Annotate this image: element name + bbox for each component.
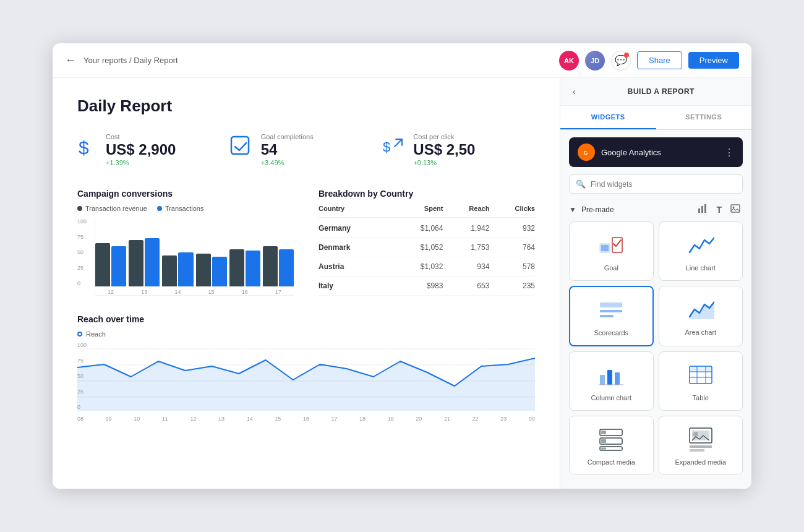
share-button[interactable]: Share <box>637 51 682 69</box>
tab-widgets[interactable]: WIDGETS <box>560 106 656 129</box>
widget-compact-media[interactable]: Compact media <box>569 416 654 475</box>
reach-x-labels: 08 09 10 11 12 13 14 15 16 17 18 19 20 2… <box>77 416 535 422</box>
metric-cpc: $ Cost per click US$ 2,50 +0.13% <box>382 133 535 166</box>
back-button[interactable]: ← <box>65 54 76 67</box>
bar-group-14 <box>162 252 193 286</box>
x-label-16: 16 <box>229 289 260 295</box>
legend-label-blue: Transactions <box>165 205 204 212</box>
scorecards-widget-icon <box>597 296 625 324</box>
premade-toggle[interactable]: ▼ <box>569 205 576 214</box>
metrics-row: $ Cost US$ 2,900 +1.39% <box>77 133 535 166</box>
tab-settings[interactable]: SETTINGS <box>656 106 752 129</box>
legend-label-dark: Transaction revenue <box>85 205 147 212</box>
reach-area <box>77 358 535 411</box>
th-clicks: Clicks <box>489 205 535 218</box>
ga-menu-button[interactable]: ⋮ <box>724 147 734 158</box>
bar-blue-15 <box>212 257 227 286</box>
svg-rect-16 <box>601 245 609 251</box>
widget-area-chart[interactable]: Area chart <box>659 286 743 346</box>
widget-expanded-media[interactable]: Expanded media <box>659 416 743 475</box>
widget-grid: Goal Line chart <box>560 221 751 475</box>
google-analytics-pill[interactable]: G Google Analytics ⋮ <box>569 137 743 167</box>
cost-change: +1.39% <box>106 159 176 166</box>
svg-point-41 <box>693 432 698 437</box>
x-label-15: 15 <box>196 289 227 295</box>
goal-label: Goal completions <box>261 133 314 140</box>
svg-rect-18 <box>600 302 622 307</box>
cpc-change: +0.13% <box>413 159 475 166</box>
legend-dot-dark <box>77 206 82 211</box>
x-label-13: 13 <box>129 289 160 295</box>
metric-goal-content: Goal completions 54 +3.49% <box>261 133 314 166</box>
metric-cost-content: Cost US$ 2,900 +1.39% <box>106 133 176 166</box>
x-label-12: 12 <box>95 289 126 295</box>
svg-rect-31 <box>697 366 706 372</box>
campaign-chart-title: Campaign conversions <box>77 189 294 199</box>
svg-rect-30 <box>690 366 697 372</box>
charts-row: Campaign conversions Transaction revenue… <box>77 189 535 296</box>
reach-legend-label: Reach <box>86 330 106 338</box>
column-chart-widget-icon <box>597 361 625 389</box>
bar-blue-12 <box>111 246 126 286</box>
panel-title: BUILD A REPORT <box>583 87 739 96</box>
svg-rect-38 <box>601 448 606 450</box>
campaign-conversions-section: Campaign conversions Transaction revenue… <box>77 189 294 296</box>
svg-rect-42 <box>690 445 712 448</box>
area-chart-widget-icon <box>686 295 715 324</box>
filter-image[interactable] <box>728 202 743 217</box>
svg-text:G: G <box>584 150 588 156</box>
search-bar: 🔍 <box>569 174 743 194</box>
filter-text[interactable]: T <box>714 204 724 216</box>
cpc-icon: $ <box>382 135 404 162</box>
topbar: ← Your reports / Daily Report AK JD 💬 Sh… <box>53 43 751 78</box>
bar-dark-17 <box>263 246 278 286</box>
cpc-label: Cost per click <box>413 133 475 140</box>
preview-button[interactable]: Preview <box>688 52 739 69</box>
legend-transactions: Transactions <box>157 205 204 212</box>
reach-line-chart <box>77 343 535 411</box>
metric-goal: Goal completions 54 +3.49% <box>230 133 383 166</box>
widget-line-chart[interactable]: Line chart <box>659 221 743 281</box>
column-chart-widget-label: Column chart <box>591 394 631 401</box>
cost-label: Cost <box>106 133 176 140</box>
goal-widget-icon <box>597 231 625 259</box>
bar-dark-12 <box>95 243 110 286</box>
main-content: Daily Report $ Cost US$ 2,900 +1.39% <box>53 78 751 489</box>
svg-rect-32 <box>706 366 712 372</box>
premade-label: Pre-made <box>581 205 691 214</box>
report-title: Daily Report <box>77 97 535 116</box>
collapse-button[interactable]: ‹ <box>573 87 576 97</box>
search-input[interactable] <box>591 180 736 189</box>
th-spent: Spent <box>391 205 443 218</box>
bar-x-labels: 12 13 14 15 16 17 <box>95 289 294 295</box>
filter-bar-chart[interactable] <box>695 202 710 217</box>
cost-icon: $ <box>77 135 97 163</box>
bar-dark-15 <box>196 254 211 286</box>
svg-point-14 <box>733 207 735 208</box>
table-header-row: Country Spent Reach Clicks <box>319 205 535 218</box>
notifications-button[interactable]: 💬 <box>611 51 631 71</box>
svg-rect-21 <box>600 375 605 385</box>
notification-dot <box>624 53 629 58</box>
table-row: Germany$1,0641,942932 <box>319 218 535 238</box>
bar-chart: 12 13 14 15 16 17 <box>95 218 294 296</box>
scorecards-widget-label: Scorecards <box>594 329 628 337</box>
widget-scorecards[interactable]: Scorecards <box>569 286 654 346</box>
widget-goal[interactable]: Goal <box>569 221 654 281</box>
svg-rect-10 <box>698 208 700 213</box>
table-row: Denmark$1,0521,753764 <box>319 238 535 257</box>
goal-widget-label: Goal <box>604 264 618 272</box>
topbar-left: ← Your reports / Daily Report <box>65 54 178 67</box>
table-widget-label: Table <box>693 394 709 401</box>
svg-rect-43 <box>690 449 704 452</box>
app-window: ← Your reports / Daily Report AK JD 💬 Sh… <box>53 43 751 489</box>
widget-column-chart[interactable]: Column chart <box>569 351 654 411</box>
svg-line-3 <box>395 139 402 147</box>
avatar-ak: AK <box>559 51 579 71</box>
table-row: Austria$1,032934578 <box>319 257 535 277</box>
bar-dark-13 <box>129 240 143 286</box>
bar-chart-container: 100 75 50 25 0 <box>77 218 294 296</box>
breakdown-title: Breakdown by Country <box>319 189 535 199</box>
premade-header: ▼ Pre-made T <box>560 200 751 221</box>
widget-table[interactable]: Table <box>659 351 743 411</box>
